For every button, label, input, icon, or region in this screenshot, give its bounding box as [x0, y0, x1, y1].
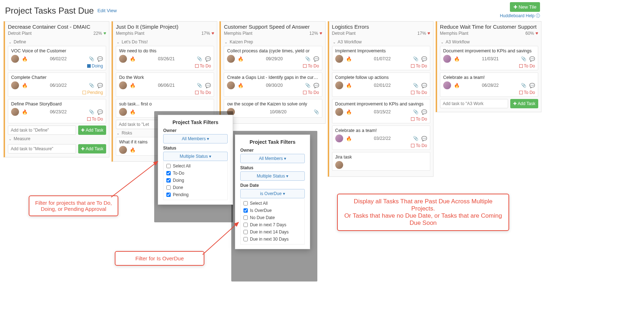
filter-option[interactable]: Select All	[164, 162, 227, 170]
column-title: Customer Support Speed of Answer	[224, 24, 322, 30]
checkbox[interactable]	[166, 171, 171, 175]
section-header[interactable]: ⌄Let's Do This!	[116, 38, 214, 46]
task-title: VOC Voice of the Customer	[11, 48, 103, 53]
section-header[interactable]: ⌄Define	[8, 38, 106, 46]
task-card[interactable]: Complete follow up actions🔥02/01/22📎💬To …	[332, 72, 430, 97]
huddleboard-help-link[interactable]: Huddleboard Help ⓘ	[500, 13, 540, 19]
task-card[interactable]: We need to do this🔥03/26/21📎💬To Do	[116, 46, 214, 70]
option-label: Due in next 7 Days	[250, 222, 286, 227]
task-card[interactable]: Do the Work🔥06/06/21📎💬To Do	[116, 72, 214, 97]
task-card[interactable]: VOC Voice of the Customer🔥06/02/22📎💬Doin…	[8, 46, 106, 70]
checkbox[interactable]	[166, 193, 171, 197]
new-tile-button[interactable]: ✚ New Tile	[510, 2, 540, 12]
task-status[interactable]: To Do	[335, 142, 427, 148]
add-task-button[interactable]: ✚ Add Task	[510, 99, 538, 108]
filter-option[interactable]: Select All	[241, 200, 304, 207]
filter-option[interactable]: Pending	[164, 191, 227, 198]
project-column: Logistics ErrorsDetroit Plant17%♥⌄A3 Wor…	[328, 21, 434, 177]
task-card[interactable]: Define Phase StoryBoard🔥06/23/22📎💬To Do	[8, 99, 106, 123]
filter-option[interactable]: To-Do	[164, 170, 227, 177]
owner-dropdown[interactable]: All Members ▾	[240, 154, 305, 163]
flame-icon: 🔥	[130, 56, 136, 62]
callout-status-filter: Filter for projects that are To Do, Doin…	[29, 195, 118, 216]
section-header[interactable]: ⌄Measure	[8, 135, 106, 143]
owner-dropdown[interactable]: All Members ▾	[163, 134, 228, 143]
task-title: Celebrate as a team!	[335, 128, 427, 133]
status-dropdown[interactable]: Multiple Status ▾	[163, 152, 228, 161]
flame-icon: 🔥	[130, 83, 136, 88]
filter-option[interactable]: Due in next 7 Days	[241, 221, 304, 228]
checkbox[interactable]	[243, 230, 248, 234]
section-header[interactable]: ⌄A3 Workflow	[332, 38, 430, 46]
section-header[interactable]: ⌄A3 Workflow	[440, 38, 538, 46]
task-card[interactable]: ow the scope of the Kaizen to solve only…	[224, 99, 322, 118]
checkbox[interactable]	[243, 201, 248, 205]
task-status[interactable]: To Do	[443, 89, 535, 95]
column-title: Decrease Container Cost - DMAIC	[8, 24, 106, 30]
task-status[interactable]: To Do	[227, 63, 319, 68]
filter-option[interactable]: Done	[164, 184, 227, 191]
add-task-input[interactable]	[440, 99, 508, 108]
task-date: 06/10/22	[30, 83, 86, 88]
checkbox[interactable]	[243, 208, 248, 213]
checkbox[interactable]	[243, 237, 248, 241]
task-card[interactable]: Complete Charter🔥06/10/22📎💬Pending	[8, 72, 106, 97]
filter-option[interactable]: Due in next 30 Days	[241, 236, 304, 243]
task-date: 02/01/22	[355, 83, 410, 88]
task-status[interactable]: To Do	[443, 63, 535, 68]
task-card[interactable]: Celebrate as a team!🔥06/28/22📎💬To Do	[440, 72, 538, 97]
task-status[interactable]: To Do	[335, 89, 427, 95]
checkbox[interactable]	[166, 164, 171, 168]
task-status[interactable]: To Do	[335, 63, 427, 68]
callout-line: Display all Tasks That are Past Due Acro…	[343, 198, 503, 212]
filter-option[interactable]: Is OverDue	[241, 207, 304, 214]
task-meta-row: 🔥02/01/22📎💬	[335, 81, 427, 89]
checkbox[interactable]	[166, 178, 171, 183]
section-header[interactable]: ⌄Kaizen Prep	[224, 38, 322, 46]
task-card[interactable]: Collect process data (cycle times, yield…	[224, 46, 322, 70]
task-status[interactable]: To Do	[227, 89, 319, 95]
caret-down-icon: ▾	[284, 156, 286, 161]
task-card[interactable]: Celebrate as a team!🔥03/22/22📎💬To Do	[332, 126, 430, 150]
add-task-input[interactable]	[8, 144, 76, 153]
task-status[interactable]: To Do	[11, 116, 103, 122]
task-card[interactable]: Document improvement to KPIs and savings…	[332, 99, 430, 123]
status-dropdown[interactable]: Multiple Status ▾	[240, 171, 305, 181]
task-status[interactable]: Doing	[11, 63, 103, 68]
add-task-button[interactable]: ✚ Add Task	[78, 126, 106, 135]
flame-icon: 🔥	[130, 147, 136, 153]
percent-label: 12%	[309, 31, 318, 36]
avatar	[119, 81, 127, 89]
add-task-row: ✚ Add Task	[8, 126, 106, 135]
edit-view-link[interactable]: Edit View	[98, 8, 117, 13]
checkbox[interactable]	[243, 223, 248, 227]
avatar	[119, 146, 127, 154]
comment-icon: 💬	[97, 56, 103, 62]
task-card[interactable]: Jira task	[332, 152, 430, 171]
task-status[interactable]: To Do	[119, 63, 211, 68]
filter-option[interactable]: No Due Date	[241, 214, 304, 221]
duedate-label: Due Date	[240, 183, 305, 188]
task-status[interactable]: To Do	[119, 89, 211, 95]
task-card[interactable]: Document improvement to KPIs and savings…	[440, 46, 538, 70]
checkbox[interactable]	[243, 216, 248, 220]
owner-label: Owner	[240, 148, 305, 153]
add-task-button[interactable]: ✚ Add Task	[78, 144, 106, 153]
checkbox[interactable]	[166, 185, 171, 190]
add-task-row: ✚ Add Task	[440, 99, 538, 108]
plus-icon: ✚	[513, 4, 519, 10]
filter-option[interactable]: Due in next 14 Days	[241, 228, 304, 236]
task-card[interactable]: Create a Gaps List - Identify gaps in th…	[224, 72, 322, 97]
task-card[interactable]: Implement Improvements🔥01/07/22📎💬To Do	[332, 46, 430, 70]
task-title: ow the scope of the Kaizen to solve only	[227, 101, 319, 107]
duedate-dropdown[interactable]: is OverDue ▾	[240, 189, 305, 198]
avatar	[11, 81, 19, 89]
comment-icon: 💬	[97, 83, 103, 88]
add-task-input[interactable]	[8, 126, 76, 135]
filter-option[interactable]: Doing	[164, 177, 227, 184]
chevron-down-icon: ⌄	[117, 131, 119, 135]
option-label: Doing	[173, 178, 184, 183]
task-status[interactable]: To Do	[335, 116, 427, 122]
task-status[interactable]: Pending	[11, 89, 103, 95]
owner-label: Owner	[163, 128, 228, 133]
